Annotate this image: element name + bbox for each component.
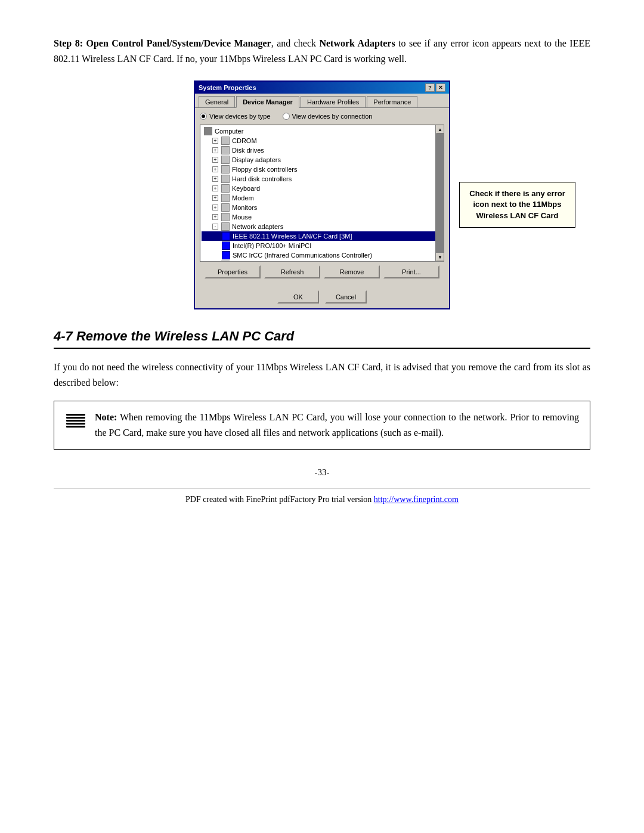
step8-paragraph: Step 8: Open Control Panel/System/Device… bbox=[54, 36, 590, 66]
close-button[interactable]: ✕ bbox=[436, 83, 445, 92]
step8-bold2: Network Adapters bbox=[319, 38, 395, 48]
display-icon bbox=[221, 156, 230, 164]
device-label: IEEE 802.11 Wireless LAN/CF Card [3M] bbox=[233, 233, 352, 240]
list-item[interactable]: + Floppy disk controllers bbox=[202, 165, 442, 174]
note-icon bbox=[65, 410, 86, 431]
device-label: CDROM bbox=[232, 137, 257, 144]
step8-bold1: Open Control Panel/System/Device Manager bbox=[86, 38, 271, 48]
view-options-row: View devices by type View devices by con… bbox=[200, 113, 444, 120]
note-label: Note: bbox=[95, 412, 117, 422]
expand-icon[interactable]: + bbox=[212, 157, 218, 163]
expand-icon[interactable]: + bbox=[212, 205, 218, 210]
screenshot-container: System Properties ? ✕ General Device Man… bbox=[54, 80, 590, 309]
device-label: Floppy disk controllers bbox=[232, 166, 297, 173]
note-line2 bbox=[66, 417, 85, 419]
radio-by-connection-circle bbox=[283, 113, 290, 120]
dialog-body: View devices by type View devices by con… bbox=[195, 108, 449, 287]
expand-icon[interactable]: + bbox=[212, 147, 218, 153]
tab-performance[interactable]: Performance bbox=[367, 96, 417, 107]
keyboard-icon bbox=[221, 184, 230, 193]
system-properties-dialog: System Properties ? ✕ General Device Man… bbox=[194, 80, 450, 309]
expand-icon[interactable]: + bbox=[212, 214, 218, 220]
footer-link[interactable]: http://www.fineprint.com bbox=[374, 495, 459, 504]
device-label: Display adapters bbox=[232, 156, 281, 163]
monitor-icon bbox=[221, 203, 230, 212]
list-item[interactable]: Intel(R) PRO/100+ MiniPCI bbox=[202, 241, 442, 250]
screenshot-wrapper: System Properties ? ✕ General Device Man… bbox=[194, 80, 450, 309]
action-buttons-row: Properties Refresh Remove Print... bbox=[200, 262, 444, 282]
list-item[interactable]: + Keyboard bbox=[202, 184, 442, 193]
note-line3 bbox=[66, 420, 85, 422]
radio-by-connection[interactable]: View devices by connection bbox=[283, 113, 373, 120]
network-icon bbox=[221, 222, 230, 231]
refresh-button[interactable]: Refresh bbox=[264, 265, 320, 278]
dialog-titlebar: System Properties ? ✕ bbox=[195, 82, 449, 94]
cancel-button[interactable]: Cancel bbox=[325, 290, 367, 304]
properties-button[interactable]: Properties bbox=[205, 265, 261, 278]
note-lines-icon bbox=[66, 414, 85, 428]
device-label: Network adapters bbox=[232, 223, 283, 230]
network-card-icon bbox=[222, 232, 230, 240]
expand-icon[interactable]: + bbox=[212, 185, 218, 191]
dialog-tabs: General Device Manager Hardware Profiles… bbox=[195, 94, 449, 108]
list-item[interactable]: + Monitors bbox=[202, 203, 442, 212]
page-number: -33- bbox=[54, 467, 590, 478]
dialog-title: System Properties bbox=[199, 84, 256, 91]
list-item[interactable]: + Modem bbox=[202, 193, 442, 203]
radio-by-connection-label: View devices by connection bbox=[292, 113, 373, 120]
floppy-icon bbox=[221, 165, 230, 174]
expand-icon[interactable]: + bbox=[212, 166, 218, 172]
list-item[interactable]: + Mouse bbox=[202, 212, 442, 222]
expand-icon[interactable]: - bbox=[212, 224, 218, 230]
list-item[interactable]: + Display adapters bbox=[202, 155, 442, 165]
callout-box: Check if there is any error icon next to… bbox=[459, 182, 575, 228]
list-item[interactable]: - Network adapters bbox=[202, 222, 442, 231]
list-item[interactable]: Computer bbox=[202, 126, 442, 136]
section47-heading: 4-7 Remove the Wireless LAN PC Card bbox=[54, 329, 590, 344]
note-line1 bbox=[66, 414, 85, 416]
list-item[interactable]: + Disk drives bbox=[202, 145, 442, 155]
tab-device-manager[interactable]: Device Manager bbox=[236, 96, 299, 108]
step8-label: Step 8: bbox=[54, 38, 86, 48]
tab-hardware-profiles[interactable]: Hardware Profiles bbox=[301, 96, 366, 107]
device-label: Monitors bbox=[232, 204, 257, 211]
note-text: Note: When removing the 11Mbps Wireless … bbox=[95, 410, 579, 440]
list-item[interactable]: + CDROM bbox=[202, 136, 442, 145]
smc-icon bbox=[222, 251, 230, 259]
note-box: Note: When removing the 11Mbps Wireless … bbox=[54, 401, 590, 449]
radio-by-type-label: View devices by type bbox=[209, 113, 271, 120]
print-button[interactable]: Print... bbox=[383, 265, 439, 278]
expand-icon[interactable]: + bbox=[212, 176, 218, 182]
list-item[interactable]: SMC IrCC (Infrared Communications Contro… bbox=[202, 250, 442, 260]
device-list[interactable]: Computer + CDROM + Disk drives bbox=[200, 125, 444, 262]
list-item[interactable]: + PCMCIA socket bbox=[202, 260, 442, 262]
device-label: Computer bbox=[215, 128, 243, 135]
tab-general[interactable]: General bbox=[199, 96, 235, 107]
device-label: Intel(R) PRO/100+ MiniPCI bbox=[233, 242, 311, 249]
scroll-track bbox=[436, 134, 444, 253]
expand-icon[interactable]: + bbox=[212, 138, 218, 144]
device-label: PCMCIA socket bbox=[232, 261, 278, 262]
list-item[interactable]: IEEE 802.11 Wireless LAN/CF Card [3M] bbox=[202, 231, 442, 241]
radio-by-type[interactable]: View devices by type bbox=[200, 113, 271, 120]
help-button[interactable]: ? bbox=[425, 83, 435, 92]
device-label: Disk drives bbox=[232, 147, 264, 154]
device-list-scrollbar[interactable]: ▲ ▼ bbox=[435, 125, 444, 261]
list-item[interactable]: + Hard disk controllers bbox=[202, 174, 442, 184]
expand-icon[interactable]: + bbox=[212, 195, 218, 201]
cdrom-icon bbox=[221, 137, 230, 145]
footer-text-before: PDF created with FinePrint pdfFactory Pr… bbox=[185, 495, 374, 504]
section47-body: If you do not need the wireless connecti… bbox=[54, 360, 590, 390]
intel-icon bbox=[222, 241, 230, 250]
computer-icon bbox=[204, 127, 212, 135]
ok-cancel-row: OK Cancel bbox=[195, 287, 449, 308]
scroll-up-button[interactable]: ▲ bbox=[436, 125, 444, 134]
radio-by-type-circle bbox=[200, 113, 207, 120]
device-label: SMC IrCC (Infrared Communications Contro… bbox=[233, 252, 372, 259]
scroll-down-button[interactable]: ▼ bbox=[436, 253, 444, 261]
remove-button[interactable]: Remove bbox=[324, 265, 380, 278]
device-label: Keyboard bbox=[232, 185, 260, 192]
note-line4 bbox=[66, 423, 85, 425]
ok-button[interactable]: OK bbox=[277, 290, 319, 304]
note-line5 bbox=[66, 426, 85, 428]
